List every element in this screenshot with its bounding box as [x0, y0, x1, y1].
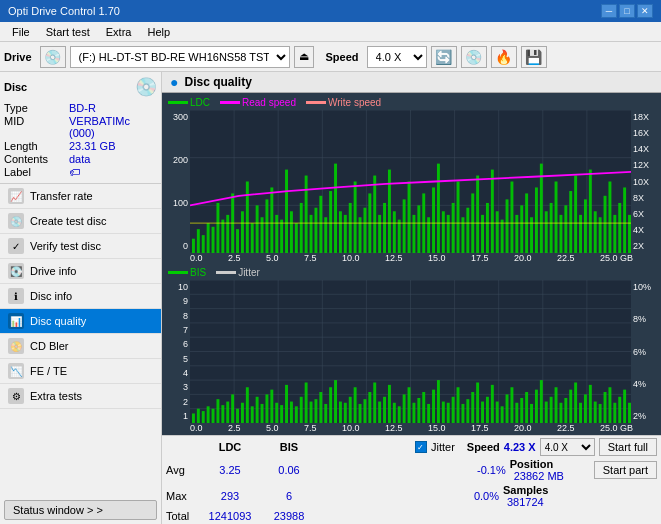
nav-verify-test-disc[interactable]: ✓ Verify test disc	[0, 234, 161, 259]
svg-rect-165	[398, 406, 401, 423]
disc-icon[interactable]: 💿	[135, 76, 157, 98]
jitter-checkbox[interactable]: ✓	[415, 441, 427, 453]
avg-jitter: -0.1%	[436, 464, 506, 476]
contents-key: Contents	[4, 153, 69, 165]
legend-read-speed: Read speed	[220, 97, 296, 108]
chart2-x-axis: 0.0 2.5 5.0 7.5 10.0 12.5 15.0 17.5 20.0…	[164, 423, 659, 433]
svg-rect-180	[471, 392, 474, 423]
svg-rect-37	[310, 215, 313, 253]
menu-start-test[interactable]: Start test	[38, 24, 98, 40]
nav-cd-bler[interactable]: 📀 CD Bler	[0, 334, 161, 359]
svg-rect-146	[305, 382, 308, 423]
nav-disc-info[interactable]: ℹ Disc info	[0, 284, 161, 309]
nav-transfer-rate-label: Transfer rate	[30, 190, 93, 202]
svg-rect-124	[197, 409, 200, 423]
drive-select[interactable]: (F:) HL-DT-ST BD-RE WH16NS58 TST4	[70, 46, 290, 68]
drive-info-icon: 💽	[8, 263, 24, 279]
svg-rect-53	[388, 170, 391, 253]
svg-rect-147	[310, 402, 313, 423]
total-bis: 23988	[264, 510, 314, 522]
svg-rect-188	[510, 387, 513, 423]
svg-rect-208	[608, 387, 611, 423]
nav-transfer-rate[interactable]: 📈 Transfer rate	[0, 184, 161, 209]
svg-rect-196	[550, 397, 553, 423]
svg-rect-85	[545, 211, 548, 253]
svg-rect-16	[207, 223, 210, 253]
samples-label: Samples	[503, 484, 548, 496]
max-jitter: 0.0%	[429, 490, 499, 502]
position-val: 23862 MB	[514, 470, 564, 482]
speed-right-select[interactable]: 4.0 X	[540, 438, 595, 456]
svg-rect-36	[305, 176, 308, 253]
nav-drive-info[interactable]: 💽 Drive info	[0, 259, 161, 284]
svg-rect-199	[564, 398, 567, 423]
svg-rect-211	[623, 390, 626, 423]
disc-row-contents: Contents data	[4, 153, 157, 165]
svg-rect-142	[285, 385, 288, 423]
svg-rect-193	[535, 390, 538, 423]
chart2-y-right: 10% 8% 6% 4% 2%	[631, 280, 659, 423]
nav-create-test-disc[interactable]: 💿 Create test disc	[0, 209, 161, 234]
svg-rect-75	[496, 211, 499, 253]
disc-row-mid: MID VERBATIMc (000)	[4, 115, 157, 139]
nav-fe-te-label: FE / TE	[30, 365, 67, 377]
label-val[interactable]: 🏷	[69, 166, 157, 178]
legend-jitter: Jitter	[216, 267, 260, 278]
avg-label: Avg	[166, 464, 196, 476]
svg-rect-162	[383, 397, 386, 423]
minimize-button[interactable]: ─	[601, 4, 617, 18]
svg-rect-90	[569, 191, 572, 253]
avg-position-spacer: Position 23862 MB	[510, 458, 590, 482]
disc-info-icon: ℹ	[8, 288, 24, 304]
svg-rect-151	[329, 387, 332, 423]
status-window-button[interactable]: Status window > >	[4, 500, 157, 520]
svg-rect-54	[393, 211, 396, 253]
drive-icon-btn[interactable]: 💿	[40, 46, 66, 68]
svg-rect-189	[515, 403, 518, 423]
start-part-button[interactable]: Start part	[594, 461, 657, 479]
svg-rect-28	[265, 199, 268, 253]
menu-help[interactable]: Help	[139, 24, 178, 40]
svg-rect-150	[324, 404, 327, 423]
burn-button[interactable]: 🔥	[491, 46, 517, 68]
svg-rect-71	[476, 176, 479, 253]
stats-ldc-header: LDC	[200, 441, 260, 453]
svg-rect-155	[349, 397, 352, 423]
svg-rect-88	[559, 215, 562, 253]
menu-file[interactable]: File	[4, 24, 38, 40]
disc-panel: Disc 💿 Type BD-R MID VERBATIMc (000) Len…	[0, 72, 161, 184]
svg-rect-25	[251, 223, 254, 253]
svg-rect-144	[295, 406, 298, 423]
nav-disc-quality-label: Disc quality	[30, 315, 86, 327]
nav-extra-tests[interactable]: ⚙ Extra tests	[0, 384, 161, 409]
svg-rect-197	[555, 387, 558, 423]
title-bar: Opti Drive Control 1.70 ─ □ ✕	[0, 0, 661, 22]
svg-rect-170	[422, 392, 425, 423]
svg-rect-56	[403, 199, 406, 253]
menu-extra[interactable]: Extra	[98, 24, 140, 40]
svg-rect-186	[501, 406, 504, 423]
nav-fe-te[interactable]: 📉 FE / TE	[0, 359, 161, 384]
refresh-button[interactable]: 🔄	[431, 46, 457, 68]
sidebar: Disc 💿 Type BD-R MID VERBATIMc (000) Len…	[0, 72, 162, 524]
max-bis: 6	[264, 490, 314, 502]
svg-rect-87	[555, 182, 558, 254]
svg-rect-166	[403, 394, 406, 423]
start-full-button[interactable]: Start full	[599, 438, 657, 456]
eject-button[interactable]: ⏏	[294, 46, 314, 68]
content-area: ● Disc quality LDC Read speed	[162, 72, 661, 524]
save-button[interactable]: 💾	[521, 46, 547, 68]
chart2-y-left: 10 9 8 7 6 5 4 3 2 1	[164, 280, 190, 423]
speed-select[interactable]: 4.0 X	[367, 46, 427, 68]
svg-rect-91	[574, 176, 577, 253]
maximize-button[interactable]: □	[619, 4, 635, 18]
stats-max-row: Max 293 6 0.0% Samples 381724	[166, 484, 657, 508]
svg-rect-157	[359, 404, 362, 423]
close-button[interactable]: ✕	[637, 4, 653, 18]
svg-rect-187	[506, 394, 509, 423]
nav-disc-quality[interactable]: 📊 Disc quality	[0, 309, 161, 334]
svg-rect-182	[481, 402, 484, 423]
disc-button[interactable]: 💿	[461, 46, 487, 68]
svg-rect-42	[334, 164, 337, 253]
svg-rect-34	[295, 223, 298, 253]
